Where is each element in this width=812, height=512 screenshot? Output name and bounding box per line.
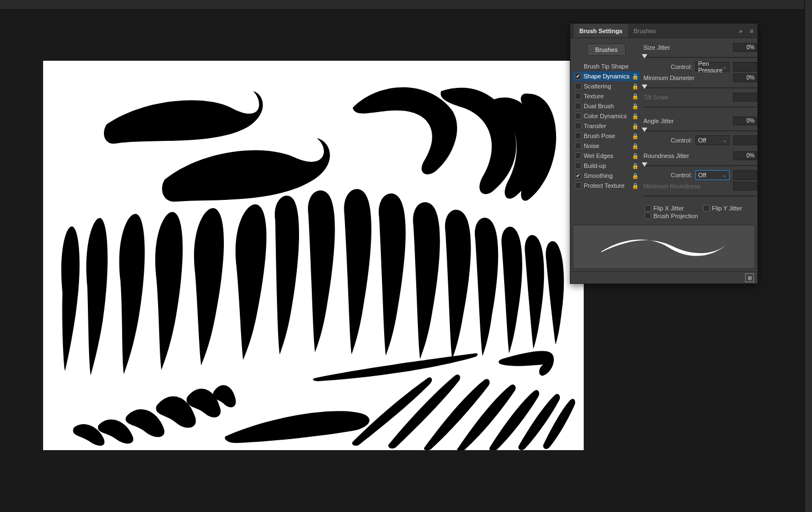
category-checkbox[interactable] bbox=[575, 113, 582, 119]
angle-control-select[interactable]: Off⌄ bbox=[695, 135, 730, 145]
lock-icon[interactable]: 🔒 bbox=[631, 163, 639, 169]
category-label: Dual Brush bbox=[584, 103, 629, 109]
min-roundness-slider bbox=[643, 193, 757, 199]
brush-strokes bbox=[43, 61, 584, 450]
panel-footer: ⊕ bbox=[570, 271, 757, 283]
roundness-control-select[interactable]: Off⌄ bbox=[695, 170, 730, 180]
category-checkbox[interactable] bbox=[575, 123, 582, 129]
category-row[interactable]: Noise🔒 bbox=[573, 141, 640, 151]
lock-icon[interactable]: 🔒 bbox=[631, 143, 639, 149]
roundness-jitter-slider[interactable] bbox=[643, 162, 757, 169]
lock-icon[interactable]: 🔒 bbox=[631, 173, 639, 179]
lock-icon[interactable]: 🔒 bbox=[632, 73, 639, 80]
roundness-jitter-label: Roundness Jitter bbox=[643, 152, 733, 159]
roundness-control-extra bbox=[733, 170, 757, 180]
lock-icon[interactable]: 🔒 bbox=[631, 133, 639, 139]
category-row[interactable]: Dual Brush🔒 bbox=[573, 101, 640, 111]
min-diameter-value[interactable]: 0% bbox=[733, 73, 757, 82]
brush-projection-checkbox[interactable]: Brush Projection bbox=[645, 213, 699, 219]
min-diameter-slider[interactable] bbox=[643, 85, 757, 91]
tilt-scale-label: Tilt Scale bbox=[643, 94, 733, 101]
category-label: Shape Dynamics bbox=[584, 73, 630, 80]
window-scrollbar[interactable] bbox=[804, 0, 812, 512]
category-label: Build-up bbox=[584, 162, 629, 169]
category-label: Brush Pose bbox=[584, 133, 629, 139]
brush-category-list: Brushes Brush Tip ShapeShape Dynamics🔒Sc… bbox=[573, 41, 640, 219]
category-row[interactable]: Wet Edges🔒 bbox=[573, 151, 640, 161]
category-label: Noise bbox=[584, 142, 629, 149]
category-label: Protect Texture bbox=[584, 182, 629, 189]
control-label: Control: bbox=[643, 64, 692, 70]
lock-icon[interactable]: 🔒 bbox=[631, 83, 639, 89]
chevron-down-icon: ⌄ bbox=[722, 138, 727, 143]
flip-x-jitter-checkbox[interactable]: Flip X Jitter bbox=[645, 205, 699, 212]
category-label: Scattering bbox=[584, 83, 629, 89]
brush-stroke-preview bbox=[573, 225, 755, 269]
category-checkbox[interactable] bbox=[575, 152, 582, 159]
category-row[interactable]: Build-up🔒 bbox=[573, 161, 640, 171]
category-label: Wet Edges bbox=[584, 152, 629, 159]
lock-icon[interactable]: 🔒 bbox=[631, 113, 639, 119]
category-row[interactable]: Color Dynamics🔒 bbox=[573, 111, 640, 121]
category-row[interactable]: Smoothing🔒 bbox=[573, 171, 640, 181]
category-checkbox[interactable] bbox=[575, 103, 582, 109]
lock-icon[interactable]: 🔒 bbox=[631, 123, 639, 129]
size-jitter-label: Size Jitter bbox=[643, 44, 733, 51]
category-label: Brush Tip Shape bbox=[584, 63, 629, 70]
brush-settings-panel: Brush Settings Brushes » ≡ Brushes Brush… bbox=[570, 23, 758, 284]
category-row[interactable]: Texture🔒 bbox=[573, 91, 640, 101]
category-row[interactable]: Shape Dynamics🔒 bbox=[573, 71, 640, 81]
min-roundness-value: . bbox=[733, 182, 757, 191]
shape-dynamics-params: Size Jitter 0% Control: Pen Pressure⌄ Mi… bbox=[643, 41, 759, 219]
category-checkbox[interactable] bbox=[575, 162, 582, 169]
category-label: Transfer bbox=[584, 123, 629, 129]
category-checkbox[interactable] bbox=[575, 73, 582, 80]
category-row[interactable]: Brush Pose🔒 bbox=[573, 131, 640, 141]
options-bar bbox=[0, 10, 812, 18]
lock-icon[interactable]: 🔒 bbox=[631, 153, 639, 159]
tilt-scale-value: . bbox=[733, 93, 757, 102]
lock-icon[interactable]: 🔒 bbox=[631, 183, 639, 189]
size-jitter-slider[interactable] bbox=[643, 54, 757, 61]
size-control-select[interactable]: Pen Pressure⌄ bbox=[695, 62, 730, 72]
control-label: Control: bbox=[643, 172, 692, 178]
angle-jitter-slider[interactable] bbox=[643, 128, 757, 134]
category-label: Color Dynamics bbox=[584, 113, 629, 119]
category-checkbox[interactable] bbox=[575, 172, 582, 179]
category-checkbox[interactable] bbox=[575, 142, 582, 149]
category-row[interactable]: Transfer🔒 bbox=[573, 121, 640, 131]
category-checkbox[interactable] bbox=[575, 133, 582, 139]
control-label: Control: bbox=[643, 137, 692, 144]
angle-control-extra bbox=[733, 135, 757, 145]
category-label: Smoothing bbox=[584, 172, 629, 179]
angle-jitter-value[interactable]: 0% bbox=[733, 117, 757, 125]
category-checkbox[interactable] bbox=[575, 93, 582, 99]
size-control-extra bbox=[733, 62, 757, 72]
brushes-button[interactable]: Brushes bbox=[587, 44, 626, 56]
category-checkbox[interactable] bbox=[575, 83, 582, 89]
angle-jitter-label: Angle Jitter bbox=[643, 118, 733, 124]
new-brush-icon[interactable]: ⊕ bbox=[745, 273, 754, 282]
min-diameter-label: Minimum Diameter bbox=[643, 75, 733, 81]
collapse-icon[interactable]: » bbox=[735, 28, 746, 34]
app-title-bar bbox=[0, 0, 812, 10]
panel-menu-icon[interactable]: ≡ bbox=[746, 28, 757, 34]
tilt-scale-slider bbox=[643, 104, 757, 110]
flip-y-jitter-checkbox[interactable]: Flip Y Jitter bbox=[703, 205, 757, 212]
size-jitter-value[interactable]: 0% bbox=[733, 43, 757, 52]
min-roundness-label: Minimum Roundness bbox=[643, 183, 733, 189]
category-checkbox[interactable] bbox=[575, 182, 582, 189]
tab-brush-settings[interactable]: Brush Settings bbox=[574, 24, 628, 38]
tab-brushes[interactable]: Brushes bbox=[628, 24, 661, 38]
chevron-down-icon: ⌄ bbox=[722, 64, 727, 70]
chevron-down-icon: ⌄ bbox=[722, 172, 727, 178]
panel-tab-bar: Brush Settings Brushes » ≡ bbox=[570, 24, 757, 38]
category-label: Texture bbox=[584, 93, 629, 99]
roundness-jitter-value[interactable]: 0% bbox=[733, 151, 757, 160]
category-row[interactable]: Scattering🔒 bbox=[573, 81, 640, 91]
document-canvas[interactable] bbox=[43, 61, 584, 450]
lock-icon[interactable]: 🔒 bbox=[631, 103, 639, 109]
category-row[interactable]: Protect Texture🔒 bbox=[573, 181, 640, 191]
category-row[interactable]: Brush Tip Shape bbox=[573, 61, 640, 71]
lock-icon[interactable]: 🔒 bbox=[631, 93, 639, 99]
